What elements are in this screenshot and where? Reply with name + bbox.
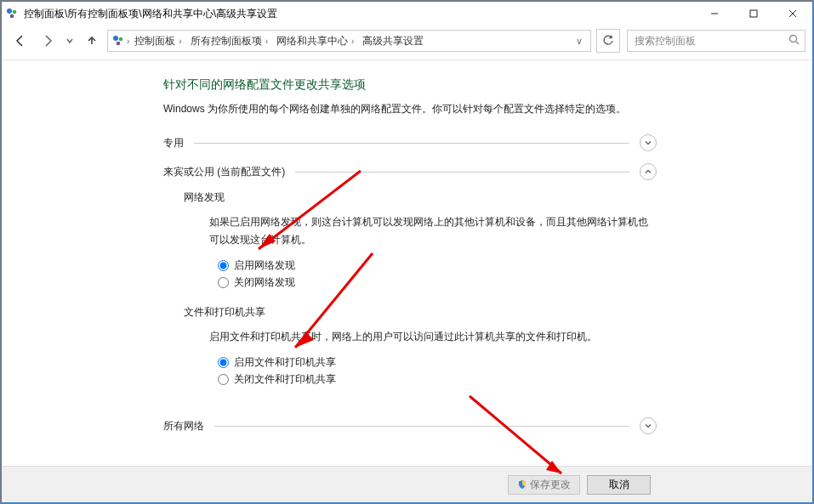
net-discovery-desc: 如果已启用网络发现，则这台计算机可以发现网络上的其他计算机和设备，而且其他网络计…: [209, 213, 657, 248]
button-bar: 保存更改 取消: [2, 466, 812, 502]
app-icon: [5, 7, 19, 20]
search-box[interactable]: [627, 30, 805, 52]
content-scroll[interactable]: 针对不同的网络配置文件更改共享选项 Windows 为你所使用的每个网络创建单独…: [2, 60, 812, 466]
file-printer-desc: 启用文件和打印机共享时，网络上的用户可以访问通过此计算机共享的文件和打印机。: [209, 328, 657, 345]
radio-file-printer-on[interactable]: 启用文件和打印机共享: [218, 355, 657, 370]
radio-net-discovery-off[interactable]: 关闭网络发现: [218, 275, 657, 290]
section-line: [194, 143, 629, 144]
section-guest: 来宾或公用 (当前配置文件) 网络发现 如果已启用网络发现，则这台计算机可以发现…: [163, 163, 657, 405]
section-all-title: 所有网络: [163, 419, 204, 433]
crumb-all-items[interactable]: 所有控制面板项›: [187, 31, 271, 51]
svg-point-9: [117, 42, 121, 46]
cancel-button-label: 取消: [609, 478, 629, 492]
section-line: [214, 426, 629, 427]
back-button[interactable]: [9, 29, 32, 53]
addr-icon: [111, 34, 125, 48]
search-input[interactable]: [633, 34, 788, 48]
forward-button[interactable]: [36, 29, 60, 53]
chevron-down-icon[interactable]: [640, 417, 657, 434]
refresh-button[interactable]: [596, 29, 620, 53]
cancel-button[interactable]: 取消: [587, 475, 651, 495]
close-button[interactable]: [773, 2, 812, 25]
titlebar: 控制面板\所有控制面板项\网络和共享中心\高级共享设置: [2, 2, 812, 25]
radio-net-discovery-on[interactable]: 启用网络发现: [218, 258, 657, 273]
page-title: 针对不同的网络配置文件更改共享选项: [163, 77, 657, 93]
svg-point-2: [10, 14, 14, 19]
crumb-root[interactable]: 控制面板›: [131, 31, 185, 51]
search-icon: [788, 34, 800, 48]
svg-point-8: [119, 37, 123, 42]
content-area: 针对不同的网络配置文件更改共享选项 Windows 为你所使用的每个网络创建单独…: [2, 60, 812, 502]
save-button[interactable]: 保存更改: [508, 475, 580, 495]
svg-point-0: [7, 8, 12, 14]
radio-input[interactable]: [218, 277, 229, 288]
radio-input[interactable]: [218, 260, 229, 271]
address-bar[interactable]: › 控制面板› 所有控制面板项› 网络和共享中心› 高级共享设置 v: [107, 30, 591, 52]
chevron-right-icon: ›: [127, 37, 129, 46]
save-button-label: 保存更改: [530, 478, 571, 492]
svg-rect-4: [750, 10, 757, 17]
svg-line-11: [796, 42, 800, 45]
minimize-button[interactable]: [695, 2, 734, 25]
radio-label: 关闭文件和打印机共享: [234, 372, 336, 387]
svg-point-10: [790, 36, 797, 42]
chevron-up-icon[interactable]: [640, 163, 657, 180]
net-discovery-title: 网络发现: [184, 190, 657, 205]
svg-point-1: [13, 10, 17, 14]
radio-file-printer-off[interactable]: 关闭文件和打印机共享: [218, 372, 657, 387]
section-private-title: 专用: [163, 136, 184, 150]
crumb-advanced-sharing[interactable]: 高级共享设置: [359, 31, 427, 51]
section-guest-header[interactable]: 来宾或公用 (当前配置文件): [163, 163, 657, 180]
section-private-header[interactable]: 专用: [163, 134, 657, 151]
crumb-network-center[interactable]: 网络和共享中心›: [273, 31, 357, 51]
radio-input[interactable]: [218, 357, 229, 368]
shield-icon: [517, 479, 527, 490]
svg-point-7: [113, 36, 118, 41]
window-root: 控制面板\所有控制面板项\网络和共享中心\高级共享设置: [1, 1, 813, 503]
subsection-file-printer-sharing: 文件和打印机共享 启用文件和打印机共享时，网络上的用户可以访问通过此计算机共享的…: [184, 305, 657, 387]
recent-dropdown[interactable]: [63, 29, 77, 53]
page-subtitle: Windows 为你所使用的每个网络创建单独的网络配置文件。你可以针对每个配置文…: [163, 101, 657, 117]
section-line: [295, 172, 629, 173]
section-private: 专用: [163, 134, 657, 151]
address-dropdown[interactable]: v: [572, 37, 587, 46]
radio-label: 关闭网络发现: [234, 275, 295, 290]
chevron-down-icon[interactable]: [640, 134, 657, 151]
section-all-networks: 所有网络: [163, 417, 657, 434]
section-all-header[interactable]: 所有网络: [163, 417, 657, 434]
radio-label: 启用文件和打印机共享: [234, 355, 336, 370]
radio-label: 启用网络发现: [234, 258, 295, 273]
section-guest-title: 来宾或公用 (当前配置文件): [163, 165, 285, 179]
up-button[interactable]: [80, 29, 104, 53]
file-printer-title: 文件和打印机共享: [184, 305, 657, 320]
navbar: › 控制面板› 所有控制面板项› 网络和共享中心› 高级共享设置 v: [2, 25, 812, 59]
maximize-button[interactable]: [734, 2, 773, 25]
window-title: 控制面板\所有控制面板项\网络和共享中心\高级共享设置: [24, 7, 277, 21]
subsection-network-discovery: 网络发现 如果已启用网络发现，则这台计算机可以发现网络上的其他计算机和设备，而且…: [184, 190, 657, 290]
radio-input[interactable]: [218, 374, 229, 385]
